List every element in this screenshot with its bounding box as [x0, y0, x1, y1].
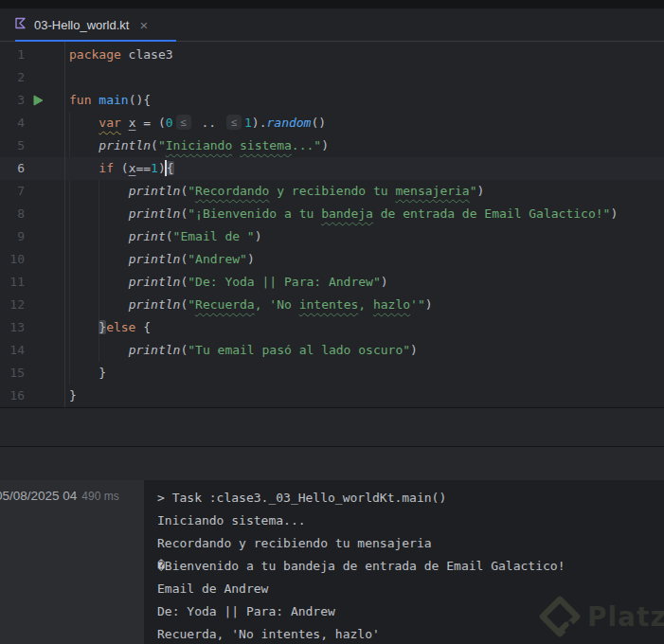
- run-gutter-icon[interactable]: [25, 89, 64, 112]
- gutter-space: [25, 385, 64, 407]
- run-toolwindow: 05/08/2025 04490 ms > Task :clase3._03_H…: [0, 480, 664, 644]
- line-number: 13: [0, 316, 25, 339]
- code-line[interactable]: 9 print("Email de "): [0, 225, 664, 248]
- console-line: Recordando y recibiendo tu mensajeria: [157, 532, 664, 555]
- run-history-entry[interactable]: 05/08/2025 04490 ms: [0, 487, 144, 504]
- line-number: 12: [0, 294, 25, 316]
- code-line[interactable]: 5 println("Iniciando sistema..."): [0, 134, 664, 157]
- line-number: 15: [0, 362, 25, 385]
- line-number: 11: [0, 271, 25, 294]
- console-line: Email de Andrew: [157, 578, 664, 600]
- code-line[interactable]: 6 if (x==1){: [0, 157, 664, 180]
- line-number: 10: [0, 248, 25, 271]
- tab-03-hello-world[interactable]: 03-Hello_world.kt ×: [8, 9, 157, 42]
- close-icon[interactable]: ×: [139, 18, 148, 32]
- run-history-list: 05/08/2025 04490 ms: [0, 480, 144, 644]
- tab-label: 03-Hello_world.kt: [34, 18, 129, 32]
- code-line[interactable]: 11 println("De: Yoda || Para: Andrew"): [0, 271, 664, 294]
- code-line[interactable]: 3fun main(){: [0, 89, 664, 112]
- line-number: 9: [0, 225, 25, 248]
- code-line[interactable]: 15 }: [0, 362, 664, 385]
- console-line: Iniciando sistema...: [157, 510, 664, 532]
- line-number: 3: [0, 89, 25, 112]
- code-line[interactable]: 7 println("Recordando y recibiendo tu me…: [0, 180, 664, 203]
- line-number: 5: [0, 134, 25, 157]
- code-line[interactable]: 10 println("Andrew"): [0, 248, 664, 271]
- window-top-edge: [0, 0, 664, 9]
- gutter-space: [25, 316, 64, 339]
- code-line[interactable]: 2: [0, 66, 664, 89]
- code-line[interactable]: 8 println("¡Bienvenido a tu bandeja de e…: [0, 203, 664, 225]
- editor-tab-bar: 03-Hello_world.kt ×: [0, 9, 664, 42]
- editor-lines: 1package clase323fun main(){4 var x = (0…: [0, 44, 664, 407]
- code-line[interactable]: 4 var x = (0≤ .. ≤1).random(): [0, 112, 664, 134]
- gutter-space: [25, 362, 64, 385]
- kotlin-file-icon: [13, 16, 27, 34]
- gutter-separator: [64, 42, 65, 407]
- run-timestamp: 05/08/2025 04: [0, 489, 77, 503]
- console-line: Recuerda, 'No intentes, hazlo': [157, 623, 664, 644]
- console-line: �Bienvenido a tu bandeja de entrada de E…: [157, 555, 664, 578]
- code-line[interactable]: 1package clase3: [0, 44, 664, 66]
- console-line: De: Yoda || Para: Andrew: [157, 600, 664, 623]
- line-number: 8: [0, 203, 25, 225]
- gutter-space: [25, 339, 64, 362]
- code-line[interactable]: 14 println("Tu email pasó al lado oscuro…: [0, 339, 664, 362]
- run-duration: 490 ms: [81, 490, 118, 503]
- run-toolwindow-header: [0, 447, 664, 480]
- run-console-output[interactable]: > Task :clase3._03_Hello_worldKt.main()I…: [144, 480, 664, 644]
- gutter-space: [25, 294, 64, 316]
- gutter-space: [25, 180, 64, 203]
- gutter-space: [25, 66, 64, 89]
- ide-window: 03-Hello_world.kt × 1package clase323fun…: [0, 0, 664, 644]
- console-line: > Task :clase3._03_Hello_worldKt.main(): [157, 487, 664, 510]
- gutter-space: [25, 112, 64, 134]
- gutter-space: [25, 134, 64, 157]
- gutter-space: [25, 44, 64, 66]
- gutter-space: [25, 225, 64, 248]
- line-number: 7: [0, 180, 25, 203]
- line-number: 16: [0, 385, 25, 407]
- editor-bottom-band: [0, 408, 664, 446]
- gutter-space: [25, 157, 64, 180]
- code-line[interactable]: 16}: [0, 385, 664, 407]
- line-number: 6: [0, 157, 25, 180]
- code-editor[interactable]: 1package clase323fun main(){4 var x = (0…: [0, 42, 664, 407]
- line-number: 4: [0, 112, 25, 134]
- code-line[interactable]: 13 }else {: [0, 316, 664, 339]
- line-number: 1: [0, 44, 25, 66]
- gutter-space: [25, 271, 64, 294]
- gutter-space: [25, 248, 64, 271]
- gutter-space: [25, 203, 64, 225]
- code-line[interactable]: 12 println("Recuerda, 'No intentes, hazl…: [0, 294, 664, 316]
- line-number: 2: [0, 66, 25, 89]
- line-number: 14: [0, 339, 25, 362]
